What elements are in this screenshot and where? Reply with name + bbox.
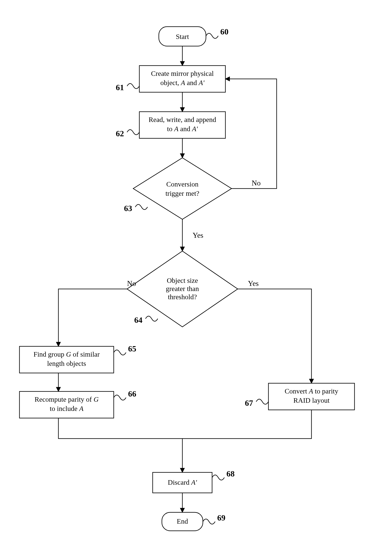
ref-68: 68 [226, 469, 235, 478]
node-trig: Conversion trigger met? 63 [124, 158, 231, 219]
size-line1: Object size [167, 277, 198, 284]
find-line2: length objects [47, 360, 86, 367]
recompute-line1: Recompute parity of G [35, 395, 99, 403]
node-recompute: Recompute parity of G to include A 66 [19, 389, 136, 418]
merge-left [58, 418, 182, 439]
size-line2: greater than [166, 285, 199, 293]
convert-line1: Convert A to parity [285, 387, 338, 395]
node-start: Start 60 [159, 27, 229, 46]
node-size: Object size greater than threshold? 64 [127, 251, 238, 327]
ref-60: 60 [220, 27, 229, 36]
create-line2: object, A and A' [161, 79, 205, 86]
trig-line1: Conversion [166, 180, 199, 188]
ref-62: 62 [116, 129, 124, 138]
label-size-yes: Yes [248, 279, 259, 287]
ref-61: 61 [116, 83, 124, 92]
discard-line1: Discard A' [168, 479, 197, 486]
node-rw: Read, write, and append to A and A' 62 [116, 112, 225, 138]
ref-66: 66 [128, 389, 136, 398]
arrow-size-no [58, 289, 127, 346]
convert-line2: RAID layout [293, 397, 330, 404]
ref-65: 65 [128, 344, 136, 353]
node-discard: Discard A' 68 [153, 469, 235, 493]
node-end: End 69 [162, 512, 225, 531]
label-size-no: No [127, 279, 136, 287]
rw-line1: Read, write, and append [149, 116, 216, 123]
find-line1: Find group G of similar [33, 350, 100, 358]
label-trig-yes: Yes [193, 231, 203, 239]
rw-line2: to A and A' [167, 125, 198, 133]
trig-line2: trigger met? [165, 190, 199, 197]
recompute-line2: to include A [50, 405, 84, 412]
arrow-size-yes [238, 289, 311, 383]
end-text: End [177, 517, 188, 525]
node-create: Create mirror physical object, A and A' … [116, 66, 225, 92]
create-line1: Create mirror physical [151, 70, 214, 77]
arrow-trig-no [225, 79, 277, 189]
ref-64: 64 [134, 315, 142, 325]
flowchart: Start 60 Create mirror physical object, … [0, 0, 392, 556]
size-line3: threshold? [168, 293, 197, 301]
node-convert: Convert A to parity RAID layout 67 [245, 383, 354, 410]
node-find: Find group G of similar length objects 6… [19, 344, 136, 373]
merge-right [182, 410, 311, 439]
ref-63: 63 [124, 204, 132, 213]
ref-69: 69 [217, 513, 225, 522]
start-text: Start [176, 33, 189, 40]
ref-67: 67 [245, 398, 253, 408]
label-trig-no: No [252, 179, 261, 187]
